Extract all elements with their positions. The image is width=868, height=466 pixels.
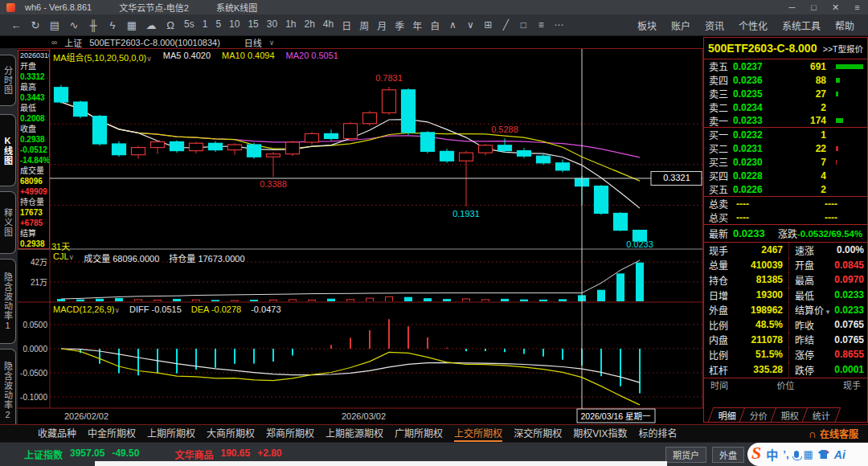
menu-系统工具[interactable]: 系统工具	[775, 18, 828, 32]
period-季[interactable]: 季	[391, 18, 408, 32]
collapse-up-icon[interactable]: ∧	[444, 19, 461, 31]
statusbar-button-期货户[interactable]: 期货户	[665, 447, 706, 463]
ai-assistant-icon[interactable]: Ai	[834, 448, 845, 461]
market-tab-标的排名[interactable]: 标的排名	[638, 426, 677, 442]
market-tab-收藏品种[interactable]: 收藏品种	[38, 426, 76, 442]
chevron-down-icon[interactable]: ∨	[146, 55, 152, 63]
cjl-title[interactable]: CJL	[53, 251, 69, 261]
trendline-icon[interactable]: ╱	[497, 19, 514, 31]
quote-table-icon[interactable]: ▤	[45, 19, 64, 31]
market-tab-上期能源期权[interactable]: 上期能源期权	[326, 426, 383, 442]
book-row-卖三[interactable]: 卖三0.023527	[704, 87, 867, 100]
ime-punctuation-icon[interactable]: ’,	[783, 448, 788, 460]
period-年[interactable]: 年	[408, 18, 426, 32]
period-5s[interactable]: 5s	[180, 18, 199, 32]
t-quote-link[interactable]: >>T型报价	[823, 43, 863, 55]
sidebar-tab-分时图[interactable]: 分时图	[0, 55, 16, 106]
quote-tab-统计[interactable]: 统计	[802, 407, 841, 422]
sogou-logo-icon[interactable]: S	[751, 443, 761, 464]
menu-帮助[interactable]: 帮助	[828, 18, 862, 32]
maximize-button[interactable]: □	[803, 2, 825, 13]
online-service-button[interactable]: ∩ 在线客服	[809, 427, 858, 440]
period-5[interactable]: 5	[211, 18, 225, 32]
kline-chart-svg[interactable]: 42万21万0.05000.0000-0.0500-0.10000.78310.…	[18, 48, 703, 424]
market-tab-广期所期权[interactable]: 广期所期权	[395, 426, 443, 442]
quote-tab-label: 明细	[719, 409, 736, 422]
menu-板块[interactable]: 板块	[630, 18, 664, 32]
totals-value: ----	[736, 198, 778, 210]
menu-button[interactable]: ≡	[846, 2, 868, 13]
alert-bell-icon[interactable]: Ω	[161, 19, 180, 31]
macd-pane[interactable]	[61, 319, 640, 405]
line-chart-icon[interactable]: ∿	[64, 19, 84, 31]
book-row-买五[interactable]: 买五0.02262	[704, 182, 867, 196]
book-row-买四[interactable]: 买四0.02284	[704, 169, 867, 182]
kline-chart-region[interactable]: 42万21万0.05000.0000-0.0500-0.10000.78310.…	[18, 48, 703, 424]
chevron-down-icon[interactable]: ∨	[114, 306, 120, 314]
book-row-卖二[interactable]: 卖二0.02342	[704, 100, 867, 114]
period-周[interactable]: 周	[355, 18, 373, 32]
sidebar-tab-隐含波动率2[interactable]: 隐含波动率2	[0, 349, 16, 432]
expand-down-icon[interactable]: ∨	[461, 19, 479, 31]
volume-pane[interactable]	[58, 260, 644, 302]
period-1h[interactable]: 1h	[281, 18, 300, 32]
menu-账户[interactable]: 账户	[664, 18, 698, 32]
sidebar-tab-释义图[interactable]: 释义图	[0, 191, 16, 254]
period-30[interactable]: 30	[263, 18, 281, 32]
book-row-买二[interactable]: 买二0.023122	[704, 141, 867, 155]
macd-title[interactable]: MACD(12,26,9)	[53, 305, 114, 314]
market-tab-期权VIX指数[interactable]: 期权VIX指数	[573, 426, 627, 442]
period-selector[interactable]: 日线	[244, 36, 262, 49]
more-icon[interactable]: ⋯	[550, 19, 567, 31]
period-1[interactable]: 1	[199, 18, 212, 32]
period-4h[interactable]: 4h	[319, 18, 338, 32]
menu-资讯[interactable]: 资讯	[698, 18, 731, 32]
link-icon[interactable]: ∞	[51, 38, 57, 47]
market-tab-上交所期权[interactable]: 上交所期权	[454, 426, 502, 442]
chevron-down-icon[interactable]: ∨	[269, 39, 275, 47]
book-row-买一[interactable]: 买一0.02321	[704, 128, 867, 141]
market-tab-大商所期权[interactable]: 大商所期权	[207, 426, 255, 442]
rectangle-icon[interactable]: □	[514, 19, 532, 31]
ime-language-icon[interactable]: 中	[766, 446, 778, 463]
candlestick-icon[interactable]: ╫	[84, 19, 103, 31]
period-月[interactable]: 月	[373, 18, 391, 32]
lightning-trade-icon[interactable]: ϟ	[103, 19, 122, 31]
market-tab-深交所期权[interactable]: 深交所期权	[514, 426, 562, 442]
period-15[interactable]: 15	[244, 18, 262, 32]
shanghai-index-quote[interactable]: 上证指数 3957.05 -49.50	[24, 448, 139, 461]
candles-group[interactable]	[55, 85, 647, 241]
period-2h[interactable]: 2h	[301, 18, 319, 32]
quote-symbol[interactable]: 500ETF2603-C-8.000	[708, 42, 823, 55]
back-icon[interactable]: ←	[6, 19, 26, 31]
sidebar-tab-K线图[interactable]: K线图	[0, 114, 16, 186]
wenhua-commodity-quote[interactable]: 文华商品 190.65 +2.80	[174, 448, 281, 461]
skin-icon[interactable]	[818, 450, 829, 459]
book-row-买三[interactable]: 买三0.02307	[704, 155, 867, 169]
insert-pane-icon[interactable]: ⊞	[479, 19, 497, 31]
cloud-icon[interactable]: ☁	[141, 19, 161, 31]
market-tab-郑商所期权[interactable]: 郑商所期权	[266, 426, 314, 442]
market-tab-上期所期权[interactable]: 上期所期权	[147, 426, 195, 442]
book-row-卖五[interactable]: 卖五0.0237691	[704, 59, 867, 73]
close-button[interactable]: ✕	[825, 2, 846, 13]
symbol-label[interactable]: 500ETF2603-C-8.000(10010834)	[89, 38, 220, 47]
keyboard-icon[interactable]: ▦	[804, 448, 813, 460]
ma-title[interactable]: MA组合(5,10,20,50,0,0)	[53, 53, 146, 63]
statusbar-button-外盘[interactable]: 外盘	[712, 447, 744, 463]
period-日[interactable]: 日	[338, 18, 355, 32]
minimize-button[interactable]: ─	[781, 2, 803, 13]
sidebar-tab-隐含波动率1[interactable]: 隐含波动率1	[0, 259, 16, 344]
market-tab-中金所期权[interactable]: 中金所期权	[88, 426, 136, 442]
dropdown-arrow-icon[interactable]: ▼	[825, 309, 831, 316]
chart-window-icon[interactable]: ▦	[122, 19, 141, 31]
chevron-down-icon[interactable]: ∨	[69, 253, 75, 261]
period-10[interactable]: 10	[225, 18, 244, 32]
refresh-icon[interactable]: ↻	[26, 19, 45, 31]
layout-icon[interactable]: ≡	[532, 19, 550, 31]
period-自[interactable]: 自	[426, 18, 444, 32]
menu-个性化[interactable]: 个性化	[731, 18, 775, 32]
book-row-卖一[interactable]: 卖一0.0233174	[704, 114, 867, 128]
book-row-卖四[interactable]: 卖四0.023688	[704, 73, 867, 87]
microphone-icon[interactable]	[794, 451, 799, 458]
